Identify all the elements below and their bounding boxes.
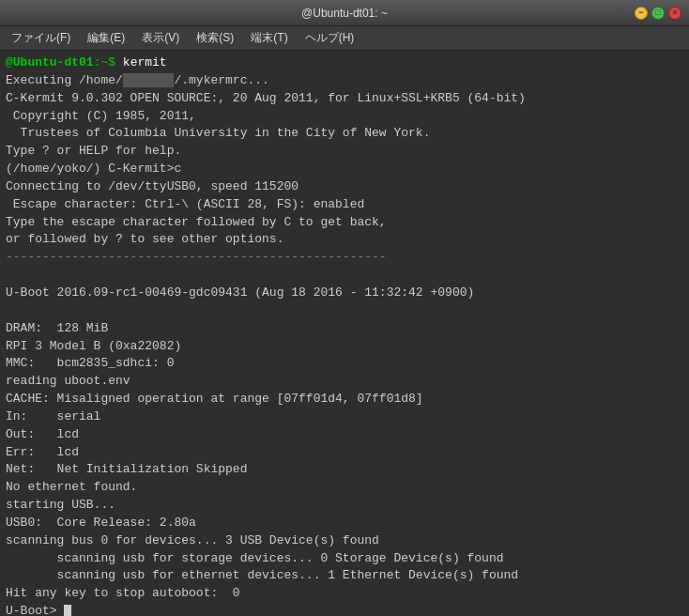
uboot-prompt-line: U-Boot> <box>6 603 683 616</box>
list-item: or followed by ? to see other options. <box>6 231 683 249</box>
uboot-prompt: U-Boot> <box>6 604 64 616</box>
list-item: Executing /home/xxxxxxx/.mykermrc... <box>6 72 683 90</box>
list-item: Net: Net Initialization Skipped <box>6 461 683 479</box>
terminal-output[interactable]: @Ubuntu-dt01:~$ kermit Executing /home/x… <box>0 51 689 616</box>
close-button[interactable]: × <box>668 7 681 20</box>
list-item: Hit any key to stop autoboot: 0 <box>6 585 683 603</box>
list-item: (/home/yoko/) C-Kermit>c <box>6 161 683 178</box>
window-title: @Ubuntu-dt01: ~ <box>54 7 635 20</box>
list-item: reading uboot.env <box>6 373 683 391</box>
list-item: C-Kermit 9.0.302 OPEN SOURCE:, 20 Aug 20… <box>6 90 683 108</box>
menu-file[interactable]: ファイル(F) <box>4 28 78 48</box>
list-item: No ethernet found. <box>6 479 683 497</box>
list-item: Err: lcd <box>6 444 683 462</box>
list-item: Out: lcd <box>6 426 683 444</box>
maximize-button[interactable]: □ <box>651 7 665 20</box>
list-item: DRAM: 128 MiB <box>6 320 683 338</box>
list-item: In: serial <box>6 408 683 426</box>
list-item: scanning bus 0 for devices... 3 USB Devi… <box>6 532 683 550</box>
list-item: Copyright (C) 1985, 2011, <box>6 108 683 126</box>
line-prompt: @Ubuntu-dt01:~$ kermit <box>6 54 683 72</box>
list-item: U-Boot 2016.09-rc1-00469-gdc09431 (Aug 1… <box>6 285 683 302</box>
list-item: CACHE: Misaligned operation at range [07… <box>6 391 683 408</box>
list-item: Type the escape character followed by C … <box>6 214 683 232</box>
list-item: USB0: Core Release: 2.80a <box>6 515 683 532</box>
list-item: starting USB... <box>6 497 683 515</box>
list-item: Type ? or HELP for help. <box>6 143 683 161</box>
menu-view[interactable]: 表示(V) <box>134 28 187 48</box>
titlebar: @Ubuntu-dt01: ~ − □ × <box>0 0 689 26</box>
cursor <box>64 605 71 616</box>
list-item <box>6 302 683 320</box>
list-item: MMC: bcm2835_sdhci: 0 <box>6 355 683 373</box>
list-item <box>6 267 683 285</box>
menu-search[interactable]: 検索(S) <box>189 28 241 48</box>
list-item: RPI 3 Model B (0xa22082) <box>6 338 683 356</box>
window-controls: − □ × <box>635 7 681 20</box>
list-item: scanning usb for storage devices... 0 St… <box>6 550 683 568</box>
list-item: ----------------------------------------… <box>6 249 683 267</box>
list-item: scanning usb for ethernet devices... 1 E… <box>6 567 683 585</box>
menu-edit[interactable]: 編集(E) <box>80 28 132 48</box>
minimize-button[interactable]: − <box>635 7 648 20</box>
list-item: Escape character: Ctrl-\ (ASCII 28, FS):… <box>6 196 683 214</box>
list-item: Trustees of Columbia University in the C… <box>6 125 683 143</box>
menu-help[interactable]: ヘルプ(H) <box>298 28 362 48</box>
menu-terminal[interactable]: 端末(T) <box>243 28 295 48</box>
list-item: Connecting to /dev/ttyUSB0, speed 115200 <box>6 178 683 196</box>
menubar: ファイル(F) 編集(E) 表示(V) 検索(S) 端末(T) ヘルプ(H) <box>0 26 689 51</box>
